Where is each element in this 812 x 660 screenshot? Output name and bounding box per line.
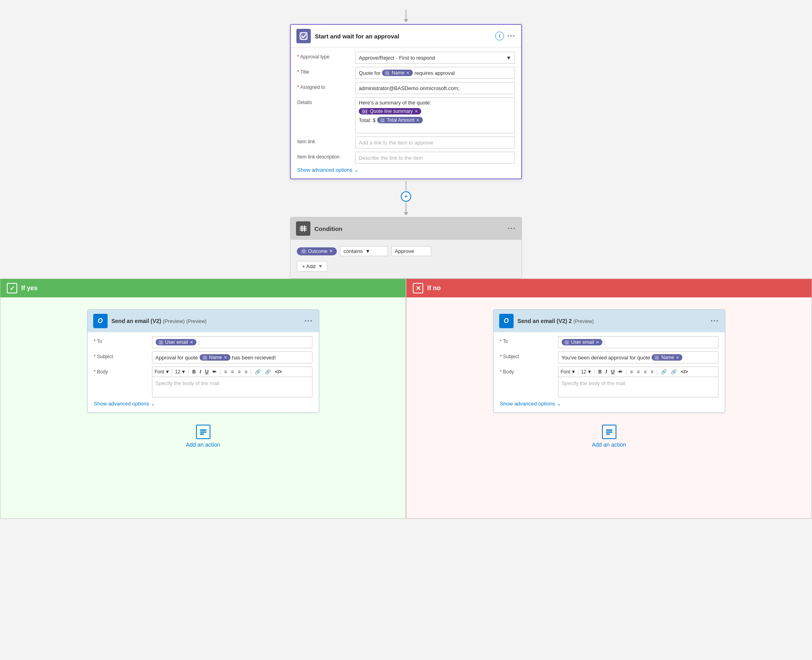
email-subject-label-no: * Subject xyxy=(500,351,558,359)
email-subject-input-yes[interactable]: Approval for quote ⊡ Name ✕ has been rec… xyxy=(152,351,312,363)
token-icon-db: ⊡ xyxy=(384,70,390,76)
token-close[interactable]: ✕ xyxy=(596,340,599,345)
link-btn-no[interactable]: 🔗 xyxy=(660,369,668,375)
title-input[interactable]: Quote for ⊡ Name ✕ requires approval xyxy=(355,67,515,79)
name-token-subject-no[interactable]: ⊡ Name ✕ xyxy=(652,354,682,361)
add-action-yes[interactable]: Add an action xyxy=(186,425,220,448)
condition-value-input[interactable]: Approve xyxy=(391,246,431,256)
ul-btn-no[interactable]: ≡ xyxy=(629,369,634,375)
italic-btn-no[interactable]: I xyxy=(604,369,608,375)
email-subject-label-yes: * Subject xyxy=(94,351,152,359)
email-show-advanced-yes[interactable]: Show advanced options ⌄ xyxy=(94,401,312,407)
underline-btn-yes[interactable]: U xyxy=(204,369,210,375)
font-select-no[interactable]: Font ▼ xyxy=(561,369,576,375)
email-to-input-no[interactable]: ⊡ User email ✕ ; xyxy=(558,336,718,348)
operator-value: contains xyxy=(344,248,363,254)
svg-rect-11 xyxy=(606,431,612,433)
name-token-title[interactable]: ⊡ Name ✕ xyxy=(382,70,413,76)
ol-btn-no[interactable]: ≡ xyxy=(636,369,641,375)
token-close[interactable]: ✕ xyxy=(406,70,410,76)
token-close[interactable]: ✕ xyxy=(224,355,227,360)
font-size-select-yes[interactable]: 12 ▼ xyxy=(175,369,186,375)
unlink-btn-yes[interactable]: 🔗 xyxy=(264,369,272,375)
indent-btn-no[interactable]: ≡ xyxy=(642,369,648,375)
info-icon[interactable]: i xyxy=(495,32,504,40)
add-action-icon-yes xyxy=(196,425,210,439)
outdent-btn-yes[interactable]: ≡ xyxy=(243,369,248,375)
item-link-label: Item link xyxy=(297,136,355,144)
approval-menu[interactable]: ··· xyxy=(507,32,516,40)
email-title-yes: Send an email (V2) (Preview) (Preview) xyxy=(112,318,305,324)
title-row: * Title Quote for ⊡ Name ✕ requires appr… xyxy=(297,67,515,79)
approval-show-advanced[interactable]: Show advanced options ⌄ xyxy=(297,167,515,173)
connector-arrow-2 xyxy=(404,212,408,215)
font-select-yes[interactable]: Font ▼ xyxy=(155,369,170,375)
condition-menu[interactable]: ··· xyxy=(508,225,516,233)
add-step-button[interactable]: + xyxy=(401,191,411,202)
add-button-label: + Add xyxy=(302,263,316,269)
details-input[interactable]: Here's a summary of the quote: {x} Quote… xyxy=(355,97,515,133)
middle-connector: + xyxy=(401,181,411,215)
branch-yes-icon: ✓ xyxy=(7,283,17,293)
operator-chevron: ▼ xyxy=(365,248,370,254)
outcome-close[interactable]: ✕ xyxy=(329,249,333,254)
add-chevron xyxy=(319,265,322,267)
token-db-icon: ⊡ xyxy=(654,355,660,360)
email-title-text: Send an email (V2) 2 xyxy=(518,318,572,324)
title-label: * Title xyxy=(297,67,355,75)
code-btn-yes[interactable]: </> xyxy=(274,369,283,375)
email-subject-input-no[interactable]: You've been denied approval for quote ⊡ … xyxy=(558,351,718,363)
outdent-btn-no[interactable]: ≡ xyxy=(649,369,654,375)
approval-type-input[interactable]: Approve/Reject - First to respond ▼ xyxy=(355,52,515,64)
approval-type-row: * Approval type Approve/Reject - First t… xyxy=(297,52,515,64)
email-to-label-no: * To xyxy=(500,336,558,344)
detail-line-3: Total: $ ⊡ Total Amount ✕ xyxy=(359,117,511,123)
toolbar-sep xyxy=(578,369,578,375)
svg-rect-12 xyxy=(606,433,610,435)
unlink-btn-no[interactable]: 🔗 xyxy=(670,369,678,375)
bold-btn-no[interactable]: B xyxy=(597,369,603,375)
italic-btn-yes[interactable]: I xyxy=(198,369,202,375)
color-btn-yes[interactable]: ✏ xyxy=(211,369,218,375)
underline-btn-no[interactable]: U xyxy=(610,369,616,375)
token-close[interactable]: ✕ xyxy=(416,118,420,123)
add-condition-button[interactable]: + Add xyxy=(297,261,327,272)
token-close[interactable]: ✕ xyxy=(190,340,193,345)
code-btn-no[interactable]: </> xyxy=(680,369,689,375)
name-token-subject-yes[interactable]: ⊡ Name ✕ xyxy=(200,354,230,361)
assigned-to-input[interactable]: administrator@BASDemo.onmicrosoft.com; xyxy=(355,82,515,94)
email-to-input-yes[interactable]: ⊡ User email ✕ ; xyxy=(152,336,312,348)
quote-line-token[interactable]: {x} Quote line summary ✕ xyxy=(359,108,421,114)
token-close[interactable]: ✕ xyxy=(414,109,418,114)
bold-btn-yes[interactable]: B xyxy=(191,369,197,375)
email-body-label-no: * Body xyxy=(500,367,558,375)
email-menu-yes[interactable]: ··· xyxy=(304,317,313,325)
condition-operator-select[interactable]: contains ▼ xyxy=(340,246,388,256)
font-size-select-no[interactable]: 12 ▼ xyxy=(581,369,592,375)
user-email-token-no[interactable]: ⊡ User email ✕ xyxy=(562,339,602,345)
details-label: Details xyxy=(297,97,355,105)
email-card-yes: O Send an email (V2) (Preview) (Preview)… xyxy=(87,309,319,413)
item-link-desc-input[interactable]: Describe the link to the item xyxy=(355,152,515,164)
detail-line-1: Here's a summary of the quote: xyxy=(359,100,511,106)
approval-card: Start and wait for an approval i ··· * A… xyxy=(290,24,522,179)
email-subject-row-no: * Subject You've been denied approval fo… xyxy=(500,351,718,363)
item-link-input[interactable]: Add a link to the item to approve xyxy=(355,136,515,148)
approval-card-body: * Approval type Approve/Reject - First t… xyxy=(291,48,521,179)
ul-btn-yes[interactable]: ≡ xyxy=(223,369,228,375)
indent-btn-yes[interactable]: ≡ xyxy=(236,369,242,375)
token-close[interactable]: ✕ xyxy=(676,355,679,360)
email-body-area-no[interactable]: Specify the body of the mail xyxy=(558,377,718,397)
email-to-label-yes: * To xyxy=(94,336,152,344)
user-email-token-yes[interactable]: ⊡ User email ✕ xyxy=(156,339,196,345)
ol-btn-yes[interactable]: ≡ xyxy=(230,369,235,375)
email-menu-no[interactable]: ··· xyxy=(710,317,719,325)
show-advanced-label: Show advanced options xyxy=(94,401,149,407)
color-btn-no[interactable]: ✏ xyxy=(617,369,624,375)
email-show-advanced-no[interactable]: Show advanced options ⌄ xyxy=(500,401,718,407)
link-btn-yes[interactable]: 🔗 xyxy=(254,369,262,375)
add-action-no[interactable]: Add an action xyxy=(592,425,626,448)
outcome-token[interactable]: ⊡ Outcome ✕ xyxy=(297,247,337,255)
email-body-area-yes[interactable]: Specify the body of the mail xyxy=(152,377,312,397)
total-amount-token[interactable]: ⊡ Total Amount ✕ xyxy=(377,117,423,123)
